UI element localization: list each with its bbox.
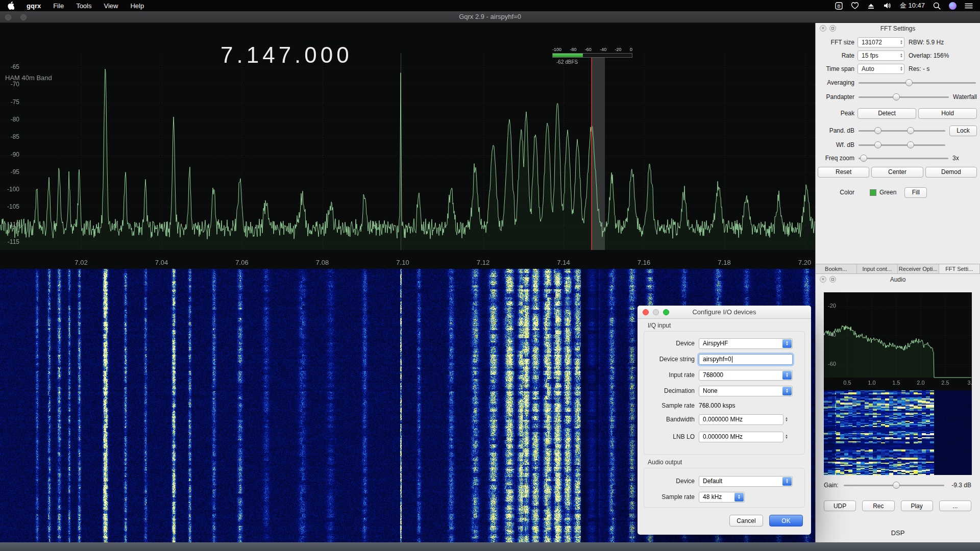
stepper-arrows-icon[interactable]: ▲▼ — [900, 53, 903, 58]
fft-panel-title: FFT Settings — [880, 25, 915, 32]
slider-knob[interactable] — [893, 93, 900, 101]
pandapter-waterfall-split-slider[interactable] — [857, 92, 950, 102]
tab-receiver-options[interactable]: Receiver Opti... — [898, 264, 939, 273]
menu-app-name[interactable]: gqrx — [27, 2, 41, 10]
freq-zoom-slider[interactable] — [857, 154, 949, 163]
spectrum-x-tick: 7.16 — [638, 259, 650, 266]
color-swatch[interactable] — [870, 189, 876, 196]
cancel-button[interactable]: Cancel — [729, 515, 763, 527]
volume-icon[interactable] — [883, 2, 892, 9]
tab-fft-settings[interactable]: FFT Setti... — [939, 264, 980, 273]
menu-file[interactable]: File — [53, 2, 64, 10]
output-sample-rate-dropdown[interactable]: 48 kHz ▲▼ — [699, 492, 745, 503]
peak-detect-button[interactable]: Detect — [857, 108, 916, 119]
audio-output-group-label: Audio output — [648, 459, 682, 466]
menu-help[interactable]: Help — [130, 2, 144, 10]
lnb-lo-label: LNB LO — [638, 433, 695, 440]
slider-track — [859, 158, 948, 159]
slider-track — [859, 82, 976, 84]
meter-tick: -40 — [600, 47, 606, 52]
window-close-button[interactable] — [5, 14, 11, 20]
bandwidth-field[interactable]: 0.000000 MHz — [699, 414, 783, 425]
lnb-lo-field[interactable]: 0.000000 MHz — [699, 432, 783, 442]
dbfs-meter-scale: -100 -80 -60 -40 -20 0 — [552, 47, 632, 52]
slider-track — [859, 144, 945, 146]
slider-knob-max[interactable] — [907, 127, 914, 134]
text-caret — [732, 356, 732, 363]
slider-knob-min[interactable] — [874, 127, 881, 134]
iq-device-dropdown[interactable]: AirspyHF ▲▼ — [699, 338, 793, 349]
time-span-combo[interactable]: Auto ▲▼ — [857, 64, 904, 74]
slider-knob-max[interactable] — [907, 141, 914, 148]
window-title: Gqrx 2.9 - airspyhf=0 — [0, 11, 980, 22]
slider-track — [859, 96, 949, 98]
slider-knob[interactable] — [893, 482, 900, 489]
freq-zoom-label: Freq zoom — [818, 155, 854, 162]
eject-icon[interactable] — [867, 3, 875, 9]
meter-tick: -60 — [585, 47, 592, 52]
window-minimize-button[interactable] — [20, 14, 27, 20]
ok-button[interactable]: OK — [769, 515, 803, 527]
slider-knob-min[interactable] — [874, 141, 881, 148]
spinner-arrows-icon[interactable]: ▲▼ — [785, 434, 788, 439]
spectrum-canvas[interactable] — [0, 23, 815, 269]
siri-icon[interactable] — [949, 2, 957, 10]
wf-db-label: Wf. dB — [818, 141, 854, 148]
spectrum-y-tick: -100 — [1, 186, 19, 193]
stepper-arrows-icon[interactable]: ▲▼ — [900, 40, 903, 45]
panel-close-icon[interactable]: × — [820, 25, 826, 32]
peak-hold-button[interactable]: Hold — [918, 108, 977, 119]
lock-button[interactable]: Lock — [949, 126, 977, 136]
peak-label: Peak — [818, 110, 854, 117]
reset-button[interactable]: Reset — [818, 167, 869, 178]
stepper-arrows-icon[interactable]: ▲▼ — [900, 66, 903, 71]
tab-input-controls[interactable]: Input cont... — [857, 264, 898, 273]
svg-text:B: B — [837, 4, 840, 9]
dialog-zoom-button[interactable] — [663, 309, 669, 315]
fft-size-combo[interactable]: 131072 ▲▼ — [857, 37, 904, 47]
spinner-arrows-icon[interactable]: ▲▼ — [785, 417, 788, 422]
tab-bookmarks[interactable]: Bookm... — [816, 264, 857, 273]
output-device-dropdown[interactable]: Default ▲▼ — [699, 476, 793, 487]
dsp-toggle[interactable]: DSP — [816, 529, 980, 537]
menubar-clock[interactable]: 金 10:47 — [900, 1, 925, 10]
dialog-close-button[interactable] — [643, 309, 649, 315]
apple-menu-icon[interactable] — [7, 2, 14, 10]
device-string-input[interactable]: airspyhf=0 — [699, 354, 793, 365]
spectrum-x-tick: 7.14 — [557, 259, 570, 266]
meter-tick: 0 — [630, 47, 632, 52]
fill-button[interactable]: Fill — [904, 187, 927, 198]
averaging-slider[interactable] — [857, 78, 977, 87]
rec-button[interactable]: Rec — [862, 500, 894, 511]
demod-button[interactable]: Demod — [925, 167, 977, 178]
decimation-dropdown[interactable]: None ▲▼ — [699, 386, 793, 396]
dialog-title: Configure I/O devices — [692, 308, 756, 316]
heart-icon[interactable] — [851, 2, 859, 9]
spectrum-x-tick: 7.06 — [235, 259, 248, 266]
panel-close-icon[interactable]: × — [820, 276, 826, 283]
waterfall-db-range-slider[interactable] — [857, 140, 946, 149]
input-rate-dropdown[interactable]: 768000 ▲▼ — [699, 370, 793, 381]
rate-combo[interactable]: 15 fps ▲▼ — [857, 51, 904, 61]
panel-float-icon[interactable] — [829, 25, 836, 32]
spectrum-plot[interactable]: 7.147.000 HAM 40m Band -100 -80 -60 -40 … — [0, 23, 815, 269]
pandapter-db-range-slider[interactable] — [857, 126, 946, 135]
gain-slider[interactable] — [843, 481, 946, 490]
notification-center-icon[interactable] — [965, 3, 973, 9]
gain-value: -9.3 dB — [951, 482, 971, 489]
udp-button[interactable]: UDP — [824, 500, 856, 511]
slider-knob[interactable] — [860, 155, 867, 162]
menu-tools[interactable]: Tools — [76, 2, 91, 10]
center-button[interactable]: Center — [871, 167, 923, 178]
more-button[interactable]: ... — [939, 500, 971, 511]
menu-view[interactable]: View — [104, 2, 118, 10]
input-rate-value: 768000 — [703, 371, 723, 379]
frequency-display[interactable]: 7.147.000 — [220, 42, 353, 68]
dialog-minimize-button[interactable] — [653, 309, 659, 315]
status-app-icon[interactable]: B — [835, 2, 843, 10]
slider-knob[interactable] — [905, 79, 913, 86]
panel-float-icon[interactable] — [829, 276, 836, 283]
sample-rate-value: 768.000 ksps — [699, 402, 735, 409]
spotlight-icon[interactable] — [933, 2, 941, 10]
play-button[interactable]: Play — [901, 500, 933, 511]
